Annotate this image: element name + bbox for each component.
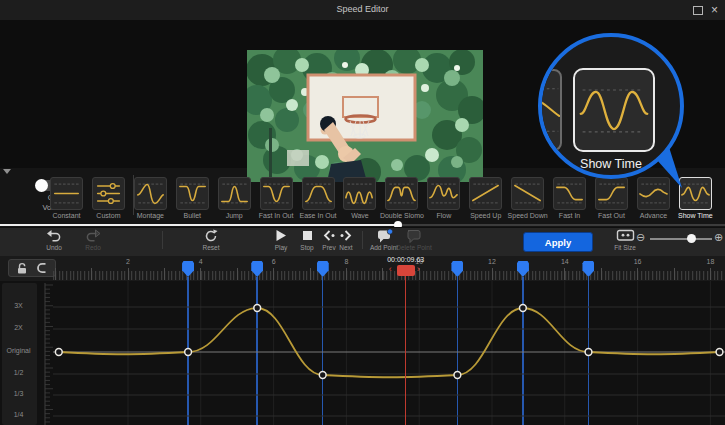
ruler-second-tick	[346, 268, 347, 280]
preset-custom[interactable]: Custom	[92, 177, 125, 210]
ruler-second-tick	[601, 268, 602, 280]
preset-label: Flow	[436, 212, 451, 219]
preset-jump[interactable]: Jump	[218, 177, 251, 210]
ruler-second-tick	[710, 268, 711, 280]
playhead-marker[interactable]	[397, 265, 415, 276]
ruler-number: 16	[630, 258, 646, 265]
preset-label: Fast In	[559, 212, 580, 219]
zoom-in-icon[interactable]: ⊕	[714, 231, 723, 243]
preset-fast-in-out[interactable]: Fast In Out	[260, 177, 293, 210]
presets-scrollbar-fill	[0, 224, 398, 226]
ruler-number: 6	[266, 258, 282, 265]
magnifier-callout: Show Time	[538, 33, 684, 179]
preset-thumbnail	[50, 177, 83, 210]
preset-label: Double Slomo	[380, 212, 424, 219]
callout-show-time-thumbnail	[573, 68, 655, 152]
ruler-second-tick	[55, 268, 56, 280]
curve-keyframe-point[interactable]	[254, 305, 261, 312]
preset-label: Fast Out	[598, 212, 625, 219]
lock-icon[interactable]	[16, 262, 28, 275]
reset-icon	[187, 229, 235, 243]
ruler-number: 2	[120, 258, 136, 265]
pole	[269, 128, 272, 182]
preset-label: Ease In Out	[300, 212, 337, 219]
video-preview-basketball-hoop	[247, 50, 483, 182]
curve-keyframe-point[interactable]	[319, 372, 326, 379]
preset-thumbnail	[176, 177, 209, 210]
toggle-knob	[35, 179, 48, 192]
fit-size-button[interactable]: Fit Size	[601, 229, 649, 251]
collapse-arrow-icon[interactable]	[3, 169, 11, 174]
window-titlebar: Speed Editor ×	[0, 0, 725, 21]
preset-fast-in[interactable]: Fast In	[553, 177, 586, 210]
ruler-second-tick	[310, 268, 311, 280]
curve-keyframe-point[interactable]	[55, 349, 62, 356]
redo-button[interactable]: Redo	[69, 229, 117, 251]
curve-keyframe-point[interactable]	[716, 349, 723, 356]
apply-button[interactable]: Apply	[523, 232, 593, 252]
curve-keyframe-point[interactable]	[585, 349, 592, 356]
preset-thumbnail	[469, 177, 502, 210]
speed-curve-plot[interactable]	[0, 281, 725, 425]
preset-label: Fast In Out	[259, 212, 294, 219]
preset-thumbnail	[260, 177, 293, 210]
timeline-tools	[8, 259, 56, 277]
presets-row: ConstantCustomMontageBulletJumpFast In O…	[50, 177, 712, 222]
current-time: 00:00:09.63	[376, 256, 436, 263]
preset-ease-in-out[interactable]: Ease In Out	[302, 177, 335, 210]
preset-label: Montage	[137, 212, 164, 219]
preset-constant[interactable]: Constant	[50, 177, 83, 210]
preset-thumbnail	[218, 177, 251, 210]
ruler-second-tick	[382, 268, 383, 280]
preset-speed-up[interactable]: Speed Up	[469, 177, 502, 210]
preset-thumbnail	[553, 177, 586, 210]
close-button[interactable]: ×	[711, 2, 718, 18]
ruler-second-tick	[492, 268, 493, 280]
preset-label: Bullet	[184, 212, 202, 219]
preset-flow[interactable]: Flow	[427, 177, 460, 210]
preset-double-slomo[interactable]: Double Slomo	[385, 177, 418, 210]
window-title: Speed Editor	[0, 4, 725, 14]
preset-fast-out[interactable]: Fast Out	[595, 177, 628, 210]
fit-size-slider-knob[interactable]	[687, 234, 696, 243]
ruler-second-tick	[91, 268, 92, 280]
ruler-second-tick	[564, 268, 565, 280]
speed-editor-window: Speed Editor ×	[0, 0, 725, 425]
magnet-icon[interactable]	[36, 262, 48, 274]
curve-keyframe-point[interactable]	[520, 305, 527, 312]
ruler-number: 18	[702, 258, 718, 265]
ruler-number: 14	[557, 258, 573, 265]
preset-thumbnail	[595, 177, 628, 210]
preset-label: Speed Up	[470, 212, 501, 219]
preset-speed-down[interactable]: Speed Down	[511, 177, 544, 210]
preset-wave[interactable]: Wave	[343, 177, 376, 210]
curve-keyframe-point[interactable]	[454, 372, 461, 379]
building	[287, 150, 309, 166]
ruler-second-tick	[164, 268, 165, 280]
ruler-second-tick	[637, 268, 638, 280]
ruler-second-tick	[128, 268, 129, 280]
reset-button[interactable]: Reset	[187, 229, 235, 251]
preset-thumbnail	[385, 177, 418, 210]
preset-thumbnail	[511, 177, 544, 210]
curve-keyframe-point[interactable]	[185, 349, 192, 356]
playhead-next-arrow[interactable]: ›	[417, 263, 420, 275]
preset-thumbnail	[427, 177, 460, 210]
preset-bullet[interactable]: Bullet	[176, 177, 209, 210]
playhead-prev-arrow[interactable]: ‹	[389, 263, 392, 275]
ruler-second-tick	[200, 268, 201, 280]
ruler-number: 12	[484, 258, 500, 265]
preset-label: Jump	[226, 212, 243, 219]
maximize-button[interactable]	[693, 6, 703, 15]
preset-label: Custom	[96, 212, 120, 219]
ruler-second-tick	[273, 268, 274, 280]
preset-montage[interactable]: Montage	[134, 177, 167, 210]
delete-point-icon	[390, 229, 438, 243]
fit-size-slider-track[interactable]	[650, 238, 712, 240]
preset-label: Advance	[640, 212, 667, 219]
ruler-second-tick	[237, 268, 238, 280]
preset-label: Speed Down	[508, 212, 548, 219]
preset-label: Show Time	[678, 212, 713, 219]
preset-label: Constant	[52, 212, 80, 219]
delete-point-button[interactable]: Delete Point	[390, 229, 438, 251]
